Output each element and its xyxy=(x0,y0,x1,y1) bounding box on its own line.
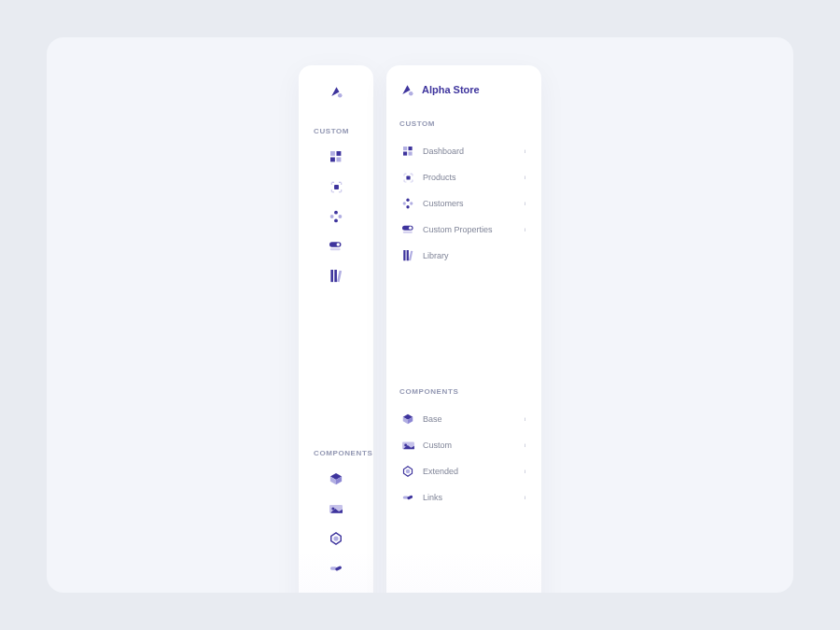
panels-container: CUSTOM COMPONENTS xyxy=(299,65,541,593)
svg-rect-23 xyxy=(408,147,412,150)
section-heading-custom: CUSTOM xyxy=(399,119,528,128)
svg-rect-5 xyxy=(334,185,339,189)
svg-rect-1 xyxy=(330,151,335,156)
base-icon xyxy=(401,413,414,426)
nav-list-components: Base › Custom › Extended › xyxy=(399,407,528,510)
custom-icon[interactable] xyxy=(329,502,343,515)
svg-rect-25 xyxy=(408,151,412,155)
sidebar-narrow: CUSTOM COMPONENTS xyxy=(299,65,373,593)
chevron-right-icon: › xyxy=(525,173,526,182)
svg-point-11 xyxy=(337,243,341,246)
links-icon xyxy=(401,491,414,504)
nav-label: Custom xyxy=(423,441,515,450)
products-icon[interactable] xyxy=(329,180,343,193)
chevron-right-icon: › xyxy=(525,147,526,156)
brand-title: Alpha Store xyxy=(422,84,480,95)
nav-label: Customers xyxy=(423,199,515,208)
chevron-right-icon: › xyxy=(525,493,526,502)
links-icon[interactable] xyxy=(329,562,343,575)
svg-point-27 xyxy=(406,199,409,202)
svg-rect-33 xyxy=(402,231,412,233)
components-icon-list xyxy=(329,472,343,575)
properties-icon[interactable] xyxy=(329,240,343,253)
custom-icon-list xyxy=(329,150,343,283)
svg-point-32 xyxy=(409,227,412,230)
sidebar-wide: Alpha Store CUSTOM Dashboard › Products … xyxy=(386,65,541,593)
logo-icon xyxy=(399,82,414,97)
library-icon xyxy=(401,249,414,262)
chevron-right-icon: › xyxy=(525,414,526,424)
svg-point-7 xyxy=(330,215,334,218)
svg-rect-14 xyxy=(334,270,337,282)
dashboard-icon[interactable] xyxy=(329,150,343,163)
components-block-left: COMPONENTS xyxy=(308,421,364,575)
svg-point-9 xyxy=(334,218,338,222)
nav-label: Base xyxy=(423,414,515,424)
svg-rect-35 xyxy=(406,250,408,260)
dashboard-icon xyxy=(401,145,414,158)
svg-point-39 xyxy=(406,469,411,474)
svg-point-8 xyxy=(338,215,342,218)
nav-item-dashboard[interactable]: Dashboard › xyxy=(399,139,528,163)
svg-rect-34 xyxy=(403,250,405,260)
extended-icon[interactable] xyxy=(329,532,343,545)
gradient-overlay xyxy=(386,551,541,593)
nav-item-extended[interactable]: Extended › xyxy=(399,459,528,483)
svg-rect-4 xyxy=(336,157,341,161)
chevron-right-icon: › xyxy=(525,467,526,476)
nav-item-library[interactable]: Library › xyxy=(399,244,528,268)
svg-point-21 xyxy=(409,91,413,96)
chevron-right-icon: › xyxy=(525,225,526,234)
section-heading-components: COMPONENTS xyxy=(399,387,528,396)
svg-rect-24 xyxy=(403,151,407,155)
properties-icon xyxy=(401,223,414,236)
svg-point-18 xyxy=(333,536,338,540)
nav-item-links[interactable]: Links › xyxy=(399,485,528,510)
nav-label: Library xyxy=(423,251,515,260)
nav-label: Links xyxy=(423,493,515,502)
logo-icon xyxy=(329,84,343,99)
nav-item-custom-properties[interactable]: Custom Properties › xyxy=(399,217,528,242)
svg-rect-12 xyxy=(330,248,341,250)
products-icon xyxy=(401,171,414,184)
svg-point-28 xyxy=(403,202,406,204)
extended-icon xyxy=(401,465,414,478)
svg-rect-15 xyxy=(337,271,342,283)
nav-item-custom[interactable]: Custom › xyxy=(399,433,528,457)
svg-point-6 xyxy=(334,211,338,215)
nav-item-customers[interactable]: Customers › xyxy=(399,191,528,216)
svg-rect-41 xyxy=(407,495,413,499)
library-icon[interactable] xyxy=(329,270,343,283)
section-heading-custom: CUSTOM xyxy=(314,127,349,135)
svg-point-29 xyxy=(410,202,413,204)
svg-rect-26 xyxy=(406,175,410,179)
nav-item-base[interactable]: Base › xyxy=(399,407,528,431)
app-viewport: CUSTOM COMPONENTS xyxy=(47,37,793,593)
nav-label: Products xyxy=(423,173,515,182)
customers-icon[interactable] xyxy=(329,210,343,223)
svg-rect-20 xyxy=(335,566,343,571)
nav-label: Extended xyxy=(423,467,515,476)
svg-rect-13 xyxy=(330,270,333,282)
svg-point-0 xyxy=(338,93,343,98)
nav-list-custom: Dashboard › Products › Customers › Custo… xyxy=(399,139,528,268)
section-heading-components: COMPONENTS xyxy=(314,449,372,457)
nav-item-products[interactable]: Products › xyxy=(399,165,528,189)
svg-rect-3 xyxy=(330,157,335,161)
svg-rect-2 xyxy=(336,151,341,156)
chevron-right-icon: › xyxy=(525,441,526,450)
components-block-right: COMPONENTS Base › Custom › Extended xyxy=(399,387,528,510)
svg-point-30 xyxy=(406,205,409,208)
chevron-right-icon: › xyxy=(525,199,526,208)
nav-label: Dashboard xyxy=(423,147,515,156)
base-icon[interactable] xyxy=(329,472,343,485)
customers-icon xyxy=(401,197,414,210)
custom-icon xyxy=(401,439,414,452)
svg-rect-36 xyxy=(408,251,412,261)
nav-label: Custom Properties xyxy=(423,225,515,234)
svg-rect-22 xyxy=(403,147,407,150)
brand: Alpha Store xyxy=(399,82,528,97)
